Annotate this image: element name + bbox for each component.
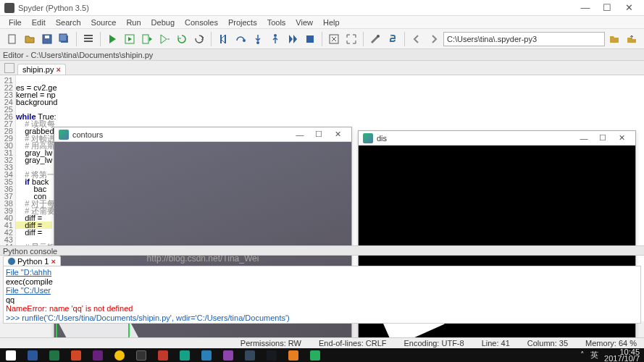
- new-file-icon[interactable]: [4, 31, 20, 47]
- opencv-icon: [363, 133, 373, 143]
- taskbar-app3[interactable]: [174, 348, 196, 362]
- python-console[interactable]: File "D:\ahhh exec(compile File "C:/User…: [3, 266, 641, 324]
- maximize-pane-icon[interactable]: [326, 31, 342, 47]
- run-cell-advance-icon[interactable]: [139, 31, 155, 47]
- contours-maximize[interactable]: ☐: [309, 130, 328, 139]
- close-tab-icon[interactable]: ×: [56, 65, 60, 74]
- runfile-line: >>> runfile('C:/Users/tina/Documents/shi…: [6, 313, 638, 323]
- tray-chevron-icon[interactable]: ˄: [580, 350, 585, 360]
- svg-point-7: [243, 39, 246, 42]
- svg-point-9: [274, 34, 277, 37]
- outline-icon[interactable]: [80, 31, 96, 47]
- taskbar-app4[interactable]: [196, 348, 217, 362]
- output-open: Open: [6, 322, 638, 324]
- kill-icon[interactable]: [191, 31, 207, 47]
- taskbar-app1[interactable]: [130, 348, 152, 362]
- menu-edit[interactable]: Edit: [28, 17, 50, 28]
- svg-rect-6: [143, 35, 149, 43]
- working-dir-input[interactable]: [443, 32, 605, 46]
- console-pane-label: Python console: [0, 245, 644, 256]
- debug-icon[interactable]: [215, 31, 231, 47]
- svg-rect-4: [59, 34, 67, 41]
- dis-maximize[interactable]: ☐: [593, 133, 612, 143]
- parent-dir-icon[interactable]: [624, 31, 640, 47]
- continue-icon[interactable]: [285, 31, 301, 47]
- menu-view[interactable]: View: [291, 17, 317, 28]
- editor-tabbar: shipin.py ×: [0, 61, 644, 75]
- svg-point-8: [256, 41, 259, 44]
- traceback-qq: qq: [6, 295, 638, 305]
- taskbar-app8[interactable]: [304, 348, 326, 362]
- app-icon: [4, 3, 14, 13]
- taskbar-app2[interactable]: [152, 348, 174, 362]
- editor-header: Editor - C:\Users\tina\Documents\shipin.…: [0, 49, 644, 61]
- contours-minimize[interactable]: ―: [290, 130, 309, 139]
- opencv-icon: [59, 130, 69, 140]
- step-over-icon[interactable]: [233, 31, 248, 47]
- menu-debug[interactable]: Debug: [147, 17, 179, 28]
- menu-projects[interactable]: Projects: [224, 17, 262, 28]
- close-button[interactable]: ✕: [618, 2, 640, 13]
- open-file-icon[interactable]: [22, 31, 38, 47]
- start-button[interactable]: [0, 348, 22, 362]
- contours-close[interactable]: ✕: [328, 130, 347, 139]
- taskbar-app5[interactable]: [217, 348, 239, 362]
- file-tab[interactable]: shipin.py ×: [17, 64, 66, 75]
- svg-point-12: [377, 35, 380, 38]
- fullscreen-icon[interactable]: [343, 31, 359, 47]
- save-all-icon[interactable]: [57, 31, 72, 47]
- rerun-icon[interactable]: [174, 31, 190, 47]
- window-title: Spyder (Python 3.5): [18, 4, 574, 12]
- menu-consoles[interactable]: Consoles: [180, 17, 222, 28]
- dis-title: dis: [377, 134, 574, 143]
- dis-titlebar: dis ― ☐ ✕: [359, 131, 635, 146]
- status-eol: End-of-lines: CRLF: [319, 339, 387, 348]
- run-cell-icon[interactable]: [122, 31, 138, 47]
- menu-file[interactable]: File: [4, 17, 26, 28]
- tray-ime[interactable]: 英: [590, 350, 598, 361]
- taskbar-app6[interactable]: [239, 348, 261, 362]
- taskbar-app7[interactable]: [283, 348, 304, 362]
- save-icon[interactable]: [39, 31, 55, 47]
- svg-rect-2: [45, 35, 49, 38]
- taskbar-word[interactable]: [22, 348, 43, 362]
- step-out-icon[interactable]: [267, 31, 283, 47]
- preferences-icon[interactable]: [367, 31, 383, 47]
- tab-list-icon[interactable]: [4, 63, 14, 73]
- stop-debug-icon[interactable]: [302, 31, 318, 47]
- forward-icon[interactable]: [426, 31, 442, 47]
- taskbar-powerpoint[interactable]: [65, 348, 87, 362]
- menu-help[interactable]: Help: [319, 17, 344, 28]
- titlebar: Spyder (Python 3.5) ― ☐ ✕: [0, 0, 644, 16]
- menu-search[interactable]: Search: [51, 17, 85, 28]
- back-icon[interactable]: [409, 31, 425, 47]
- browse-dir-icon[interactable]: [606, 31, 622, 47]
- dis-close[interactable]: ✕: [612, 133, 631, 143]
- status-line: Line: 41: [482, 339, 510, 348]
- step-into-icon[interactable]: [250, 31, 266, 47]
- tray-date: 2017/10/7: [604, 355, 640, 362]
- menu-run[interactable]: Run: [122, 17, 145, 28]
- taskbar-chrome[interactable]: [109, 348, 130, 362]
- contours-window[interactable]: contours ― ☐ ✕ http://blog.csdn.net/Tina…: [54, 127, 352, 362]
- minimize-button[interactable]: ―: [574, 2, 596, 13]
- traceback-file2: File "C:/User: [6, 286, 638, 295]
- taskbar-excel[interactable]: [43, 348, 65, 362]
- system-tray[interactable]: ˄ 英 10:45 2017/10/7: [580, 349, 644, 362]
- run-selection-icon[interactable]: [156, 31, 172, 47]
- menu-source[interactable]: Source: [87, 17, 121, 28]
- maximize-button[interactable]: ☐: [596, 2, 618, 13]
- taskbar-vs[interactable]: [87, 348, 109, 362]
- menubar: File Edit Search Source Run Debug Consol…: [0, 16, 644, 29]
- traceback-file: File "D:\ahhh: [6, 268, 638, 277]
- menu-tools[interactable]: Tools: [263, 17, 290, 28]
- run-icon[interactable]: [104, 31, 120, 47]
- taskbar-steam[interactable]: [261, 348, 283, 362]
- pythonpath-icon[interactable]: [385, 31, 401, 47]
- status-column: Column: 35: [527, 339, 568, 348]
- close-console-icon[interactable]: ×: [51, 257, 55, 266]
- console-tab[interactable]: Python 1 ×: [3, 256, 61, 266]
- dis-minimize[interactable]: ―: [574, 134, 593, 143]
- svg-rect-10: [306, 35, 314, 43]
- status-memory: Memory: 64 %: [585, 339, 637, 348]
